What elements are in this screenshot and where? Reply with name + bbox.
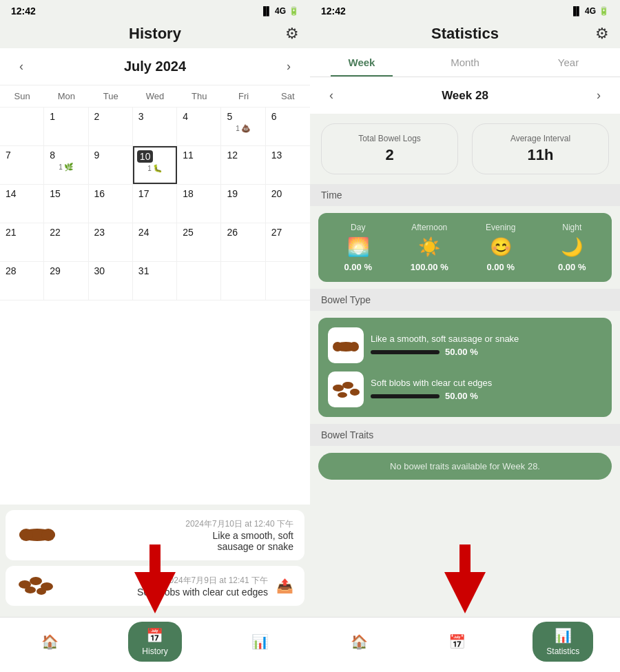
calendar-cell-29[interactable]: 29 [44, 262, 88, 300]
svg-point-11 [333, 385, 344, 391]
calendar-cell-24[interactable]: 24 [133, 223, 177, 261]
calendar-cell-7[interactable]: 7 [0, 146, 44, 184]
calendar-cell-6[interactable]: 6 [266, 108, 310, 145]
log-date-2: 2024年7月9日 at 12:41 下午 [63, 575, 268, 587]
calendar-next-button[interactable]: › [281, 57, 296, 77]
calendar-cell-25[interactable]: 25 [177, 223, 221, 261]
calendar-cell-3[interactable]: 3 [133, 108, 177, 145]
calendar-cell-28[interactable]: 28 [0, 262, 44, 300]
tab-year[interactable]: Year [517, 48, 620, 77]
log-poop-blobs [17, 574, 54, 598]
svg-point-10 [349, 342, 359, 352]
svg-point-6 [25, 587, 36, 593]
calendar-cell-empty2[interactable] [177, 262, 221, 300]
calendar-cell-20[interactable]: 20 [266, 185, 310, 223]
svg-point-9 [333, 342, 342, 352]
signal-icon: ▐▌ [260, 6, 272, 16]
bowel-pct-1: 50.00 % [445, 347, 478, 357]
bowel-type-item-1: Like a smooth, soft sausage or snake 50.… [328, 327, 602, 363]
bowel-bar-wrap-2: 50.00 % [371, 391, 602, 401]
calendar-cell-16[interactable]: 16 [89, 185, 133, 223]
right-network-icon: 4G [585, 6, 596, 16]
right-nav-stats[interactable]: 📊 Statistics [533, 622, 593, 662]
calendar-cell-14[interactable]: 14 [0, 185, 44, 223]
right-status-bar: 12:42 ▐▌ 4G 🔋 [310, 0, 620, 19]
left-nav-history[interactable]: 📅 History [128, 622, 181, 662]
log-info-2: 2024年7月9日 at 12:41 下午 Soft blobs with cl… [63, 575, 268, 598]
day-label-sun: Sun [0, 85, 44, 107]
bowel-pct-2: 50.00 % [445, 391, 478, 401]
calendar-cell-5[interactable]: 5 1💩 [221, 108, 265, 145]
time-card: Day 🌅 0.00 % Afternoon ☀️ 100.00 % Eveni… [318, 213, 612, 282]
left-nav-stats[interactable]: 📊 [238, 628, 282, 655]
calendar-cell-19[interactable]: 19 [221, 185, 265, 223]
bowel-type-name-2: Soft blobs with clear cut edges [371, 378, 602, 388]
bowel-type-item-2: Soft blobs with clear cut edges 50.00 % [328, 371, 602, 407]
bowel-bar-1 [371, 350, 440, 354]
calendar-cell-15[interactable]: 15 [44, 185, 88, 223]
poop-emoji-8: 🌿 [64, 163, 74, 172]
traits-section-header: Bowel Traits [310, 424, 620, 446]
day-label-fri: Fri [221, 85, 265, 107]
right-nav-home[interactable]: 🏠 [337, 628, 382, 655]
tab-month[interactable]: Month [413, 48, 517, 77]
calendar-cell-empty[interactable] [0, 108, 44, 145]
calendar-cell-31[interactable]: 31 [133, 262, 177, 300]
bowel-type-header: Bowel Type [310, 289, 620, 311]
calendar-cell-26[interactable]: 26 [221, 223, 265, 261]
calendar-cell-1[interactable]: 1 [44, 108, 88, 145]
calendar-cell-18[interactable]: 18 [177, 185, 221, 223]
calendar-cell-empty3[interactable] [221, 262, 265, 300]
calendar-cell-17[interactable]: 17 [133, 185, 177, 223]
calendar-week-3: 14 15 16 17 18 19 20 [0, 185, 310, 223]
calendar-nav: ‹ July 2024 › [0, 48, 310, 85]
log-entry-1[interactable]: 2024年7月10日 at 12:40 下午 Like a smooth, so… [6, 510, 304, 560]
right-gear-icon[interactable]: ⚙ [595, 25, 609, 43]
bowel-type-name-1: Like a smooth, soft sausage or snake [371, 334, 602, 344]
calendar-weeks: 1 2 3 4 5 1💩 6 7 8 1🌿 [0, 108, 310, 301]
calendar-cell-4[interactable]: 4 [177, 108, 221, 145]
log-action-icon[interactable]: 📤 [276, 578, 293, 594]
calendar-cell-9[interactable]: 9 [89, 146, 133, 184]
time-pct-day: 0.00 % [344, 262, 372, 272]
left-header: History ⚙ [0, 19, 310, 48]
day-label-mon: Mon [44, 85, 88, 107]
stats-scrollable: ‹ Week 28 › Total Bowel Logs 2 Average I… [310, 77, 620, 617]
avg-interval-box: Average Interval 11h [472, 123, 609, 174]
calendar-cell-11[interactable]: 11 [177, 146, 221, 184]
bowel-type-info-1: Like a smooth, soft sausage or snake 50.… [371, 334, 602, 357]
calendar-cell-12[interactable]: 12 [221, 146, 265, 184]
calendar-cell-22[interactable]: 22 [44, 223, 88, 261]
week-next-button[interactable]: › [591, 85, 606, 105]
day-label-tue: Tue [89, 85, 133, 107]
calendar-days-header: Sun Mon Tue Wed Thu Fri Sat [0, 85, 310, 108]
right-calendar-icon: 📅 [448, 633, 466, 650]
svg-point-12 [342, 382, 353, 389]
calendar-cell-10[interactable]: 10 1🐛 [133, 146, 177, 184]
calendar-cell-23[interactable]: 23 [89, 223, 133, 261]
left-nav-home[interactable]: 🏠 [28, 628, 72, 655]
calendar-cell-27[interactable]: 27 [266, 223, 310, 261]
log-info-1: 2024年7月10日 at 12:40 下午 Like a smooth, so… [66, 518, 293, 552]
calendar-cell-30[interactable]: 30 [89, 262, 133, 300]
tab-week[interactable]: Week [310, 48, 413, 77]
calendar-grid: Sun Mon Tue Wed Thu Fri Sat 1 2 3 4 5 [0, 85, 310, 301]
network-icon: 4G [275, 6, 286, 16]
left-gear-icon[interactable]: ⚙ [285, 25, 299, 43]
poop-emoji-5: 💩 [241, 124, 251, 133]
right-nav-history[interactable]: 📅 [435, 628, 479, 655]
calendar-cell-2[interactable]: 2 [89, 108, 133, 145]
week-prev-button[interactable]: ‹ [324, 85, 339, 105]
log-date-1: 2024年7月10日 at 12:40 下午 [66, 518, 293, 530]
left-panel: 12:42 ▐▌ 4G 🔋 History ⚙ ‹ July 2024 › Su… [0, 0, 310, 672]
time-slot-afternoon: Afternoon ☀️ 100.00 % [397, 223, 463, 272]
calendar-cell-8[interactable]: 8 1🌿 [44, 146, 88, 184]
log-desc-2: Soft blobs with clear cut edges [63, 587, 268, 598]
calendar-cell-empty4[interactable] [266, 262, 310, 300]
calendar-cell-13[interactable]: 13 [266, 146, 310, 184]
log-entry-2[interactable]: 2024年7月9日 at 12:41 下午 Soft blobs with cl… [6, 566, 304, 606]
calendar-prev-button[interactable]: ‹ [14, 57, 29, 77]
tabs-row: Week Month Year [310, 48, 620, 77]
calendar-cell-21[interactable]: 21 [0, 223, 44, 261]
stats-icon: 📊 [251, 633, 269, 650]
